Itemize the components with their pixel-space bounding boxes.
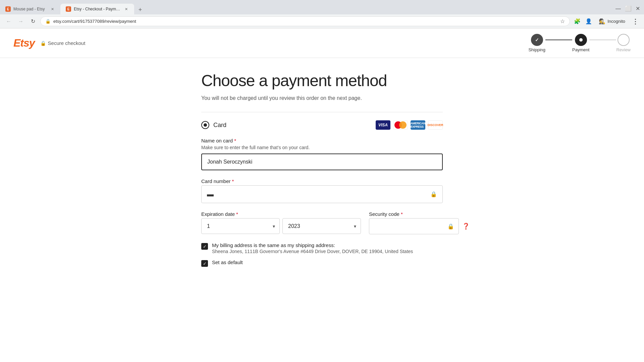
month-select[interactable]: 1234 5678 9101112 (201, 218, 280, 234)
main-content: Choose a payment method You will not be … (195, 58, 449, 286)
step-dot-payment (579, 38, 583, 42)
mc-orange-circle (399, 121, 407, 129)
card-radio-button[interactable] (201, 121, 209, 129)
security-code-input[interactable] (369, 218, 459, 234)
default-checkbox-row: ✓ Set as default (201, 259, 443, 267)
billing-address-text: Sheena Jones, 1111B Governor's Avenue #6… (212, 249, 413, 254)
section-divider (201, 112, 443, 112)
step-circle-review (618, 34, 630, 46)
address-bar[interactable]: 🔒 etsy.com/cart/9175377089/review/paymen… (40, 16, 570, 26)
card-number-group: Card number * ▬ 🔒 (201, 178, 443, 203)
tab-favicon-1: E (5, 6, 11, 12)
expiry-security-row: Expiration date * 1234 5678 9101112 ▾ (201, 211, 443, 234)
extension-icon[interactable]: 🧩 (573, 17, 582, 26)
tab-close-1[interactable]: ✕ (50, 6, 55, 12)
checkout-progress: ✓ Shipping Payment Review (528, 34, 631, 52)
header-lock-icon: 🔒 (40, 41, 46, 46)
minimize-button[interactable]: — (614, 4, 622, 13)
progress-step-payment: Payment (572, 34, 589, 52)
year-select[interactable]: 202320242025 202620272028 (282, 218, 361, 234)
browser-tab-2[interactable]: E Etsy - Checkout - Payment ✕ (60, 4, 134, 14)
progress-line-2 (589, 40, 616, 40)
security-input-wrapper: 🔒 (369, 218, 459, 234)
progress-step-review: Review (616, 34, 631, 52)
step-label-review: Review (616, 47, 631, 52)
billing-checkbox-label: My billing address is the same as my shi… (212, 242, 413, 248)
card-number-input[interactable]: ▬ 🔒 (201, 185, 443, 203)
name-required-star: * (234, 138, 236, 143)
step-label-payment: Payment (572, 47, 589, 52)
tab-close-2[interactable]: ✕ (123, 6, 129, 12)
payment-option-left: Card (201, 121, 226, 129)
checkmark-icon: ✓ (535, 37, 539, 43)
name-on-card-label: Name on card * (201, 138, 443, 143)
new-tab-button[interactable]: + (136, 5, 145, 14)
amex-icon: AMERICANEXPRESS (411, 120, 425, 130)
billing-check-icon: ✓ (203, 244, 207, 249)
page-title: Choose a payment method (201, 71, 443, 90)
forward-button[interactable]: → (16, 17, 25, 26)
restore-button[interactable]: ⬜ (624, 4, 633, 13)
header-left: Etsy 🔒 Secure checkout (13, 37, 85, 49)
security-help-icon[interactable]: ❓ (462, 223, 470, 230)
browser-toolbar: ← → ↻ 🔒 etsy.com/cart/9175377089/review/… (0, 14, 644, 28)
address-star-icon[interactable]: ☆ (560, 18, 565, 24)
security-code-group: Security code * 🔒 ❓ (369, 211, 443, 234)
month-select-wrapper: 1234 5678 9101112 ▾ (201, 218, 280, 234)
address-url: etsy.com/cart/9175377089/review/payment (53, 19, 557, 24)
close-button[interactable]: ✕ (634, 4, 641, 13)
card-num-left: ▬ (207, 190, 214, 198)
security-lock-icon: 🔒 (447, 223, 454, 230)
page-subtitle: You will not be charged until you review… (201, 95, 443, 101)
secure-checkout: 🔒 Secure checkout (40, 40, 86, 46)
payment-option-label: Card (213, 122, 226, 129)
radio-inner (204, 123, 207, 127)
menu-button[interactable]: ⋮ (631, 17, 640, 26)
page: Etsy 🔒 Secure checkout ✓ Shipping Paymen… (0, 28, 644, 360)
card-required-star: * (232, 178, 234, 184)
billing-checkbox[interactable]: ✓ (201, 243, 208, 250)
expiration-label: Expiration date * (201, 211, 361, 217)
tab-favicon-2: E (66, 6, 71, 12)
billing-checkbox-text-group: My billing address is the same as my shi… (212, 242, 413, 254)
browser-chrome: E Mouse pad - Etsy ✕ E Etsy - Checkout -… (0, 0, 644, 28)
incognito-button[interactable]: 🕵️ Incognito (595, 17, 629, 26)
visa-icon: VISA (376, 120, 390, 130)
reload-button[interactable]: ↻ (28, 17, 38, 26)
address-lock-icon: 🔒 (45, 19, 51, 24)
progress-line-1 (545, 40, 572, 40)
expiry-required-star: * (236, 211, 238, 217)
card-chip-icon: ▬ (207, 190, 214, 198)
progress-step-shipping: ✓ Shipping (528, 34, 545, 52)
discover-icon: DISCOVER (428, 120, 443, 130)
back-button[interactable]: ← (4, 17, 13, 26)
default-check-icon: ✓ (203, 261, 207, 266)
browser-tab-1[interactable]: E Mouse pad - Etsy ✕ (0, 4, 60, 14)
card-number-label: Card number * (201, 178, 443, 184)
default-checkbox[interactable]: ✓ (201, 260, 208, 267)
site-header: Etsy 🔒 Secure checkout ✓ Shipping Paymen… (0, 28, 644, 58)
expiration-date-group: Expiration date * 1234 5678 9101112 ▾ (201, 211, 361, 234)
default-checkbox-label: Set as default (212, 259, 243, 265)
etsy-logo[interactable]: Etsy (13, 37, 35, 49)
step-circle-payment (575, 34, 587, 46)
year-select-wrapper: 202320242025 202620272028 ▾ (282, 218, 361, 234)
name-on-card-input[interactable] (201, 154, 443, 170)
mc-circles (394, 121, 407, 129)
payment-option-row: Card VISA AMERICANEXPRESS DISCOVER (201, 120, 443, 130)
expiry-selects: 1234 5678 9101112 ▾ 202320242025 2026202… (201, 218, 361, 234)
incognito-label: Incognito (607, 19, 625, 24)
step-label-shipping: Shipping (528, 47, 545, 52)
tab-title-1: Mouse pad - Etsy (13, 7, 47, 11)
name-on-card-group: Name on card * Make sure to enter the fu… (201, 138, 443, 170)
secure-checkout-label: Secure checkout (48, 40, 86, 46)
security-input-row: 🔒 ❓ (369, 218, 443, 234)
tab-title-2: Etsy - Checkout - Payment (74, 7, 121, 11)
incognito-hat-icon: 🕵️ (599, 18, 605, 24)
browser-tabs: E Mouse pad - Etsy ✕ E Etsy - Checkout -… (0, 0, 644, 14)
name-on-card-hint: Make sure to enter the full name that's … (201, 145, 443, 150)
card-icons: VISA AMERICANEXPRESS DISCOVER (376, 120, 443, 130)
profile-icon[interactable]: 👤 (584, 17, 593, 26)
card-lock-icon: 🔒 (430, 191, 437, 197)
security-required-star: * (401, 211, 403, 217)
